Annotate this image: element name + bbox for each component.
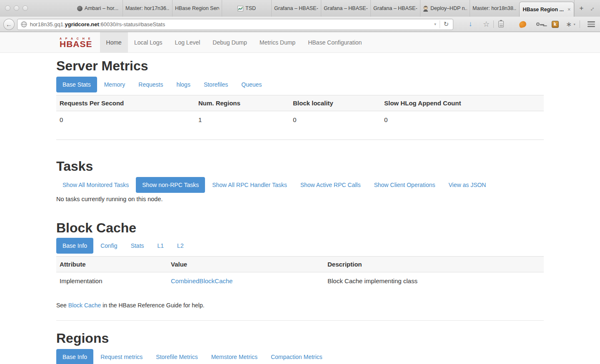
addon-k-button[interactable]: k (550, 19, 560, 29)
column-header: Slow HLog Append Count (381, 95, 544, 111)
tab-show-active-rpc-calls[interactable]: Show Active RPC Calls (294, 177, 367, 193)
tab-hbase-regionserver[interactable]: HBase Region Serv... (172, 0, 222, 17)
tab-requests[interactable]: Requests (132, 77, 169, 92)
downloads-button[interactable]: ↓ (465, 19, 476, 29)
browser-tabs: Ambari – hor... Master: hor17n36... HBas… (73, 0, 588, 17)
tab-grafana-2[interactable]: Grafana – HBASE-... (321, 0, 370, 17)
tab-ambari[interactable]: Ambari – hor... (73, 0, 122, 17)
tasks-empty-message: No tasks currently running on this node. (56, 196, 544, 202)
tab-bc-config[interactable]: Config (94, 238, 123, 254)
nav-item-local-logs[interactable]: Local Logs (128, 32, 169, 52)
navigation-toolbar: ← hor18n35.gq1.ygridcore.net:60030/rs-st… (0, 17, 600, 32)
tab-label: HBase Region Serv... (175, 5, 219, 11)
page-content: A P A C H E HBASE Home Local Logs Log Le… (0, 32, 600, 364)
tab-memory[interactable]: Memory (98, 77, 132, 92)
num-regions-value: 1 (195, 111, 290, 140)
tab-show-non-rpc-tasks[interactable]: Show non-RPC Tasks (136, 177, 205, 193)
tab-rg-request-metrics[interactable]: Request metrics (94, 349, 149, 364)
tab-queues[interactable]: Queues (235, 77, 268, 92)
regions-tabs: Base Info Request metrics Storefile Metr… (56, 349, 544, 364)
tab-bc-base-info[interactable]: Base Info (56, 238, 93, 254)
tab-rg-compaction-metrics[interactable]: Compaction Metrics (265, 349, 329, 364)
block-cache-help-link[interactable]: Block Cache (68, 302, 101, 309)
url-bar[interactable]: hor18n35.gq1.ygridcore.net:60030/rs-stat… (17, 19, 453, 30)
nav-item-hbase-configuration[interactable]: HBase Configuration (302, 32, 368, 52)
table-row: Implementation CombinedBlockCache Block … (56, 272, 544, 296)
back-button[interactable]: ← (3, 19, 15, 30)
tab-show-client-operations[interactable]: Show Client Operations (368, 177, 441, 193)
tab-label: Deploy–HDP n... (430, 5, 467, 11)
column-header: Block locality (290, 95, 381, 111)
tab-grafana-3[interactable]: Grafana – HBASE-... (370, 0, 420, 17)
block-cache-tabs: Base Info Config Stats L1 L2 (56, 238, 544, 254)
tab-view-as-json[interactable]: View as JSON (442, 177, 492, 193)
opentsdb-chart-icon (238, 6, 243, 11)
tab-rg-memstore-metrics[interactable]: Memstore Metrics (205, 349, 264, 364)
addon-fox-button[interactable] (517, 19, 528, 29)
block-cache-help-text: See Block Cache in the HBase Reference G… (56, 302, 544, 309)
key-icon (536, 22, 540, 26)
tab-label: TSD (245, 5, 256, 11)
block-locality-value: 0 (290, 111, 381, 140)
toolbar-buttons: ↓ ☆ (465, 19, 506, 29)
hbase-nav-menu: Home Local Logs Log Level Debug Dump Met… (100, 32, 368, 52)
tab-bc-stats[interactable]: Stats (125, 238, 150, 254)
tab-show-all-rpc-handler-tasks[interactable]: Show All RPC Handler Tasks (206, 177, 293, 193)
tab-storefiles[interactable]: Storefiles (198, 77, 234, 92)
bookmark-star-button[interactable]: ☆ (481, 19, 492, 29)
reading-list-button[interactable] (495, 19, 506, 29)
tab-label: Grafana – HBASE-... (324, 5, 368, 11)
requests-per-second-value: 0 (56, 111, 195, 140)
tab-master-18[interactable]: Master: hor18n38... (470, 0, 519, 17)
server-metrics-title: Server Metrics (56, 58, 544, 73)
nav-item-home[interactable]: Home (100, 32, 128, 52)
block-cache-title: Block Cache (56, 220, 544, 235)
download-arrow-icon: ↓ (469, 20, 472, 28)
tab-close-icon[interactable]: × (568, 6, 571, 12)
column-header: Requests Per Second (56, 95, 195, 111)
menu-button[interactable] (586, 21, 597, 27)
nav-item-metrics-dump[interactable]: Metrics Dump (253, 32, 302, 52)
tab-rg-storefile-metrics[interactable]: Storefile Metrics (150, 349, 204, 364)
tasks-title: Tasks (56, 159, 544, 174)
nav-item-log-level[interactable]: Log Level (169, 32, 207, 52)
zoom-window-button[interactable] (22, 5, 28, 11)
fullscreen-icon: ↔ (587, 3, 596, 13)
tab-rg-base-info[interactable]: Base Info (56, 349, 93, 364)
nav-item-debug-dump[interactable]: Debug Dump (206, 32, 253, 52)
tab-label: Master: hor17n36... (125, 5, 170, 11)
tab-deploy-hdp[interactable]: Deploy–HDP n... (420, 0, 470, 17)
combined-block-cache-link[interactable]: CombinedBlockCache (171, 277, 232, 284)
column-header: Attribute (56, 257, 168, 272)
addon-key-button[interactable] (534, 19, 545, 29)
tab-bc-l2[interactable]: L2 (171, 238, 190, 254)
tab-base-stats[interactable]: Base Stats (56, 77, 97, 92)
tab-bc-l1[interactable]: L1 (151, 238, 170, 254)
close-window-button[interactable] (5, 5, 10, 11)
slow-hlog-append-count-value: 0 (381, 111, 544, 140)
hbase-logo: A P A C H E HBASE (60, 32, 92, 52)
url-history-dropdown-icon[interactable]: ▼ (431, 22, 440, 26)
new-tab-button[interactable]: + (574, 0, 588, 17)
tab-show-all-monitored-tasks[interactable]: Show All Monitored Tasks (56, 177, 135, 193)
clipboard-icon (498, 21, 504, 27)
tab-master-17[interactable]: Master: hor17n36... (122, 0, 172, 17)
window-controls (5, 5, 28, 11)
tab-hbase-region-active[interactable]: HBase Region ... × (519, 2, 574, 17)
k-badge-icon: k (552, 21, 559, 28)
minimize-window-button[interactable] (14, 5, 19, 11)
block-cache-table: Attribute Value Description Implementati… (56, 256, 544, 295)
addon-spider-button[interactable]: ∗▼ (565, 19, 576, 29)
tab-strip: Ambari – hor... Master: hor17n36... HBas… (0, 0, 600, 17)
fox-icon (518, 20, 527, 28)
reload-button[interactable]: ↻ (440, 20, 452, 28)
base-stats-table: Requests Per Second Num. Regions Block l… (56, 95, 544, 140)
tab-grafana-1[interactable]: Grafana – HBASE-... (271, 0, 321, 17)
fullscreen-button[interactable]: ↔ (587, 3, 596, 12)
tab-hlogs[interactable]: hlogs (170, 77, 196, 92)
tab-tsd[interactable]: TSD (222, 0, 271, 17)
addon-dropdown-caret-icon[interactable]: ▼ (573, 23, 576, 26)
tab-label: HBase Region ... (522, 7, 564, 12)
browser-chrome: Ambari – hor... Master: hor17n36... HBas… (0, 0, 600, 32)
url-text[interactable]: hor18n35.gq1.ygridcore.net:60030/rs-stat… (30, 21, 431, 27)
